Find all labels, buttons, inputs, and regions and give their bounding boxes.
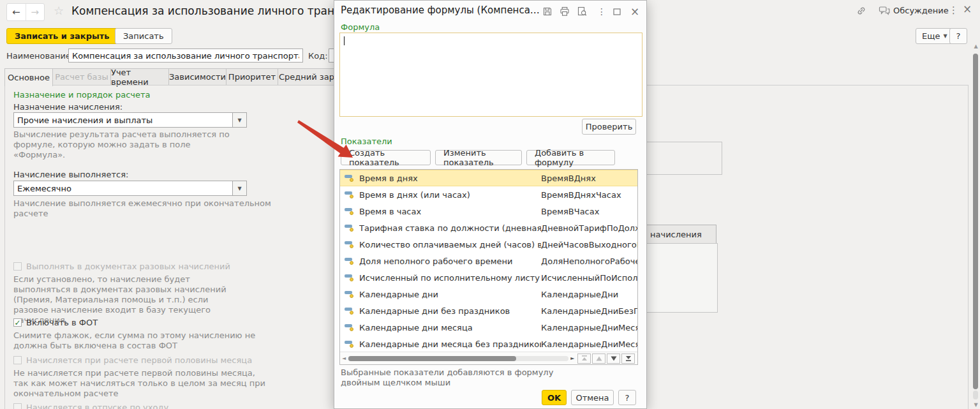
- link-icon[interactable]: [856, 5, 867, 17]
- right-table-header-label: начисления: [650, 230, 702, 239]
- care-leave-checkbox[interactable]: Начисляется в отпуске по уходу: [13, 403, 168, 409]
- scroll-up-icon[interactable]: ▲: [972, 43, 980, 49]
- indicator-name: Календарные дни месяца без праздников: [359, 339, 541, 349]
- dialog-more-icon[interactable]: ⋮: [596, 6, 607, 17]
- schedule-label: Начисление выполняется:: [13, 170, 128, 179]
- check-formula-button[interactable]: Проверить: [582, 119, 636, 135]
- right-group-box: [646, 142, 722, 175]
- save-icon[interactable]: [542, 6, 553, 17]
- app-screen: ← → ☆ Компенсация за использование лично…: [0, 0, 980, 409]
- edit-indicator-button[interactable]: Изменить показатель: [435, 150, 522, 165]
- scroll-down-icon[interactable]: ▼: [972, 402, 980, 408]
- cancel-button[interactable]: Отмена: [571, 390, 614, 405]
- discussion-label[interactable]: Обсуждение: [893, 6, 949, 15]
- tab-main[interactable]: Основное: [4, 68, 53, 86]
- checkbox-box: [13, 356, 22, 364]
- scrollbar-thumb[interactable]: [348, 356, 516, 361]
- checkbox-box: [13, 262, 22, 271]
- formula-edit-dialog: Редактирование формулы (Компенса… ⋮ × Фо…: [334, 0, 647, 409]
- add-to-formula-button[interactable]: Добавить в формулу: [526, 150, 615, 165]
- name-input[interactable]: [68, 48, 303, 63]
- onetime-docs-checkbox[interactable]: Выполнять в документах разовых начислени…: [13, 262, 230, 271]
- move-up-button[interactable]: [592, 353, 605, 364]
- list-item[interactable]: Тарифная ставка по должности (дневная) Д…: [340, 219, 637, 236]
- window-more-icon[interactable]: ⋮: [949, 4, 958, 16]
- tab-dependencies[interactable]: Зависимости: [168, 68, 226, 86]
- list-item[interactable]: Календарные дни месяца без праздников Ка…: [340, 336, 637, 352]
- indicator-icon: [345, 307, 353, 315]
- indicator-name: Время в днях: [359, 174, 541, 183]
- help-button[interactable]: ?: [949, 28, 967, 44]
- tab-time-tracking[interactable]: Учет времени: [110, 68, 169, 86]
- list-item[interactable]: Время в днях ВремяВДнях: [340, 170, 637, 186]
- chevron-down-icon: ▼: [943, 33, 947, 39]
- schedule-value[interactable]: [13, 181, 233, 196]
- indicator-name: Исчисленный по исполнительному листу НДФ…: [359, 273, 541, 283]
- purpose-dropdown-icon[interactable]: ▼: [233, 112, 247, 128]
- scrollbar-thumb[interactable]: [973, 54, 978, 389]
- scroll-right-icon[interactable]: ►: [568, 355, 576, 361]
- group-title: Назначение и порядок расчета: [13, 90, 151, 100]
- forward-button[interactable]: →: [26, 4, 45, 20]
- formula-label: Формула: [341, 22, 380, 32]
- indicator-name: Количество оплачиваемых дней (часов) вых…: [359, 240, 541, 249]
- dialog-help-button[interactable]: ?: [618, 390, 636, 405]
- indicator-icon: [345, 274, 353, 281]
- schedule-combo[interactable]: ▼: [13, 181, 247, 196]
- ok-button[interactable]: OK: [542, 390, 567, 405]
- indicator-name: Календарные дни без праздников: [359, 306, 541, 316]
- maximize-icon[interactable]: [611, 6, 623, 17]
- first-half-checkbox[interactable]: Начисляется при расчете первой половины …: [13, 355, 252, 365]
- scroll-left-icon[interactable]: ◄: [340, 355, 348, 361]
- indicator-id: ДнейЧасовВыходногоПо: [541, 240, 637, 249]
- purpose-label: Назначение начисления:: [13, 102, 122, 112]
- list-item[interactable]: Время в часах ВремяВЧасах: [340, 203, 637, 219]
- tab-priority[interactable]: Приоритет: [226, 68, 278, 86]
- indicator-icon: [345, 257, 353, 265]
- indicator-id: КалендарныеДни: [541, 290, 637, 299]
- indicator-id: ДневнойТарифПоДолжн: [541, 223, 637, 233]
- purpose-combo[interactable]: ▼: [13, 112, 247, 128]
- preview-icon[interactable]: [576, 6, 588, 17]
- formula-input[interactable]: [339, 33, 642, 117]
- schedule-dropdown-icon[interactable]: ▼: [233, 181, 247, 196]
- move-down-button[interactable]: [607, 353, 620, 364]
- save-button[interactable]: Записать: [115, 28, 172, 44]
- text-caret: [344, 36, 345, 45]
- indicator-icon: [345, 241, 353, 248]
- checkbox-label: Начисляется при расчете первой половины …: [26, 355, 252, 365]
- first-half-hint: Не начисляется при расчете первой полови…: [13, 368, 269, 399]
- main-vertical-scrollbar[interactable]: ▲ ▼: [972, 41, 980, 409]
- list-item[interactable]: Время в днях (или часах) ВремяВДняхЧасах: [340, 186, 637, 203]
- create-indicator-button[interactable]: Создать показатель: [341, 150, 431, 165]
- window-close-icon[interactable]: ×: [963, 3, 972, 15]
- list-horizontal-scrollbar[interactable]: [348, 356, 568, 361]
- back-button[interactable]: ←: [7, 4, 26, 20]
- more-button[interactable]: Еще ▼: [916, 28, 954, 44]
- indicator-name: Тарифная ставка по должности (дневная): [359, 223, 541, 233]
- right-table-header: начисления: [646, 225, 716, 244]
- include-fot-hint: Снимите флажок, если сумма по этому начи…: [13, 331, 259, 351]
- print-icon[interactable]: [559, 6, 570, 17]
- indicator-id: КалендарныеДниБезПра: [541, 306, 637, 316]
- list-item[interactable]: Количество оплачиваемых дней (часов) вых…: [340, 236, 637, 253]
- tab-base-calc[interactable]: Расчет базы: [52, 68, 111, 86]
- list-item[interactable]: Календарные дни КалендарныеДни: [340, 286, 637, 302]
- dialog-close-icon[interactable]: ×: [629, 6, 641, 17]
- indicators-label: Показатели: [341, 137, 392, 146]
- purpose-value[interactable]: [13, 112, 233, 128]
- move-bottom-button[interactable]: [621, 353, 635, 364]
- dialog-hint: Выбранные показатели добавляются в форму…: [341, 368, 561, 388]
- indicators-list: Время в днях ВремяВДнях Время в днях (ил…: [339, 169, 638, 365]
- scrollbar-track[interactable]: [973, 390, 978, 399]
- favorite-star-icon[interactable]: ☆: [54, 4, 64, 17]
- list-item[interactable]: Доля неполного рабочего времени ДоляНепо…: [340, 253, 637, 269]
- include-fot-checkbox[interactable]: ✓ Включать в ФОТ: [13, 318, 98, 327]
- save-and-close-button[interactable]: Записать и закрыть: [6, 28, 117, 44]
- move-top-button[interactable]: [577, 353, 591, 364]
- right-table-body: [646, 243, 718, 313]
- list-item[interactable]: Календарные дни месяца КалендарныеДниМес…: [340, 319, 637, 336]
- list-item[interactable]: Календарные дни без праздников Календарн…: [340, 302, 637, 319]
- tab-average-earnings[interactable]: Средний зар: [278, 68, 336, 86]
- list-item[interactable]: Исчисленный по исполнительному листу НДФ…: [340, 269, 637, 286]
